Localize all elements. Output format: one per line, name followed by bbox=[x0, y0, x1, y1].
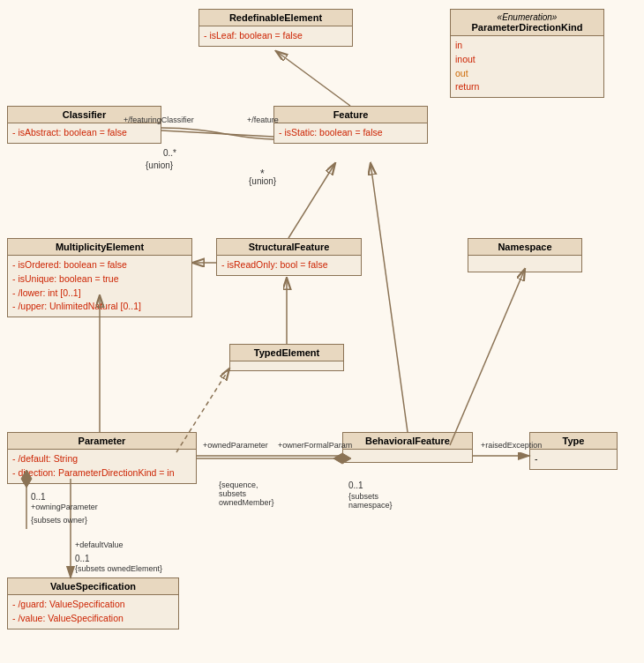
value-specification-body: - /guard: ValueSpecification - /value: V… bbox=[8, 595, 178, 629]
behavioral-feature-label: BehavioralFeature bbox=[365, 436, 450, 446]
type-body: - bbox=[530, 450, 617, 469]
label-union2: {union} bbox=[249, 176, 276, 186]
svg-line-1 bbox=[161, 130, 273, 137]
feature-body: - isStatic: boolean = false bbox=[274, 123, 427, 143]
pdk-attr-4: return bbox=[455, 80, 599, 94]
namespace-title: Namespace bbox=[468, 239, 581, 256]
namespace-label: Namespace bbox=[498, 242, 551, 252]
namespace-box: Namespace bbox=[468, 238, 582, 272]
label-subsets-namespace: {subsetsnamespace} bbox=[348, 492, 393, 510]
value-specification-title: ValueSpecification bbox=[8, 578, 178, 595]
me-attr-4: - /upper: UnlimitedNatural [0..1] bbox=[12, 300, 187, 314]
redefinable-element-title: RedefinableElement bbox=[199, 10, 352, 26]
param-attr-2: - direction: ParameterDirectionKind = in bbox=[12, 466, 191, 480]
parameter-label: Parameter bbox=[79, 436, 126, 446]
parameter-direction-kind-body: in inout out return bbox=[451, 36, 603, 97]
behavioral-feature-body bbox=[343, 450, 472, 462]
redefinable-element-label: RedefinableElement bbox=[229, 12, 322, 23]
structural-feature-body: - isReadOnly: bool = false bbox=[217, 256, 361, 275]
vs-attr-1: - /guard: ValueSpecification bbox=[12, 598, 174, 612]
typed-element-label: TypedElement bbox=[254, 347, 319, 358]
redefinable-element-box: RedefinableElement - isLeaf: boolean = f… bbox=[198, 9, 353, 47]
classifier-label: Classifier bbox=[63, 109, 107, 120]
label-featuring-classifier: +/featuringClassifier bbox=[124, 115, 194, 124]
typed-element-body bbox=[230, 361, 343, 370]
me-attr-1: - isOrdered: boolean = false bbox=[12, 258, 187, 272]
svg-line-2 bbox=[288, 163, 335, 238]
structural-feature-title: StructuralFeature bbox=[217, 239, 361, 256]
me-attr-2: - isUnique: boolean = true bbox=[12, 272, 187, 287]
label-raised-exception: +raisedException bbox=[481, 441, 542, 450]
vs-attr-2: - /value: ValueSpecification bbox=[12, 612, 174, 626]
parameter-box: Parameter - /default: String - direction… bbox=[7, 432, 197, 484]
parameter-title: Parameter bbox=[8, 433, 196, 450]
label-owner-formal-param: +ownerFormalParam bbox=[278, 441, 352, 450]
classifier-body: - isAbstract: boolean = false bbox=[8, 123, 161, 143]
feature-box: Feature - isStatic: boolean = false bbox=[273, 106, 428, 144]
parameter-direction-kind-stereotype: «Enumeration» bbox=[455, 12, 599, 22]
feature-attr-1: - isStatic: boolean = false bbox=[279, 126, 423, 140]
behavioral-feature-title: BehavioralFeature bbox=[343, 433, 472, 450]
svg-line-0 bbox=[276, 51, 350, 106]
label-mult-star-star: 0..* bbox=[163, 148, 176, 158]
feature-label: Feature bbox=[333, 109, 369, 120]
label-feature: +/feature bbox=[247, 115, 279, 124]
type-box: Type - bbox=[529, 432, 618, 470]
parameter-direction-kind-label: ParameterDirectionKind bbox=[472, 22, 583, 33]
multiplicity-element-body: - isOrdered: boolean = false - isUnique:… bbox=[8, 256, 191, 317]
multiplicity-element-box: MultiplicityElement - isOrdered: boolean… bbox=[7, 238, 192, 317]
classifier-attr-1: - isAbstract: boolean = false bbox=[12, 126, 156, 140]
svg-line-6 bbox=[450, 269, 525, 445]
sf-attr-1: - isReadOnly: bool = false bbox=[221, 258, 356, 272]
label-mult-01-behavioral: 0..1 bbox=[348, 480, 363, 490]
label-owning-parameter: +owningParameter bbox=[31, 503, 98, 511]
parameter-direction-kind-box: «Enumeration» ParameterDirectionKind in … bbox=[450, 9, 604, 98]
structural-feature-label: StructuralFeature bbox=[249, 242, 330, 252]
pdk-attr-2: inout bbox=[455, 53, 599, 67]
label-mult-01-param: 0..1 bbox=[31, 492, 46, 502]
feature-title: Feature bbox=[274, 107, 427, 123]
svg-line-5 bbox=[371, 163, 408, 432]
behavioral-feature-box: BehavioralFeature bbox=[342, 432, 473, 463]
label-default-value: +defaultValue bbox=[75, 540, 124, 549]
pdk-attr-3: out bbox=[455, 67, 599, 81]
type-title: Type bbox=[530, 433, 617, 450]
multiplicity-element-label: MultiplicityElement bbox=[56, 242, 144, 252]
label-sequence-subsets: {sequence,subsetsownedMember} bbox=[219, 480, 274, 507]
value-specification-box: ValueSpecification - /guard: ValueSpecif… bbox=[7, 577, 179, 629]
redefinable-element-body: - isLeaf: boolean = false bbox=[199, 26, 352, 46]
type-label: Type bbox=[563, 436, 585, 446]
structural-feature-box: StructuralFeature - isReadOnly: bool = f… bbox=[216, 238, 362, 276]
label-mult-01-default: 0..1 bbox=[75, 554, 90, 563]
namespace-body bbox=[468, 256, 581, 272]
me-attr-3: - /lower: int [0..1] bbox=[12, 287, 187, 301]
label-subsets-owned-element: {subsets ownedElement} bbox=[75, 564, 162, 573]
label-subsets-owner: {subsets owner} bbox=[31, 516, 87, 525]
classifier-box: Classifier - isAbstract: boolean = false bbox=[7, 106, 161, 144]
label-owned-parameter: +ownedParameter bbox=[203, 441, 268, 450]
typed-element-title: TypedElement bbox=[230, 345, 343, 361]
multiplicity-element-title: MultiplicityElement bbox=[8, 239, 191, 256]
redefinable-attr-1: - isLeaf: boolean = false bbox=[204, 29, 348, 43]
typed-element-box: TypedElement bbox=[229, 344, 344, 371]
type-attr-1: - bbox=[535, 452, 612, 466]
label-union1: {union} bbox=[146, 160, 173, 170]
parameter-body: - /default: String - direction: Paramete… bbox=[8, 450, 196, 483]
param-attr-1: - /default: String bbox=[12, 452, 191, 466]
value-specification-label: ValueSpecification bbox=[50, 581, 136, 592]
pdk-attr-1: in bbox=[455, 39, 599, 53]
parameter-direction-kind-title: «Enumeration» ParameterDirectionKind bbox=[451, 10, 603, 36]
